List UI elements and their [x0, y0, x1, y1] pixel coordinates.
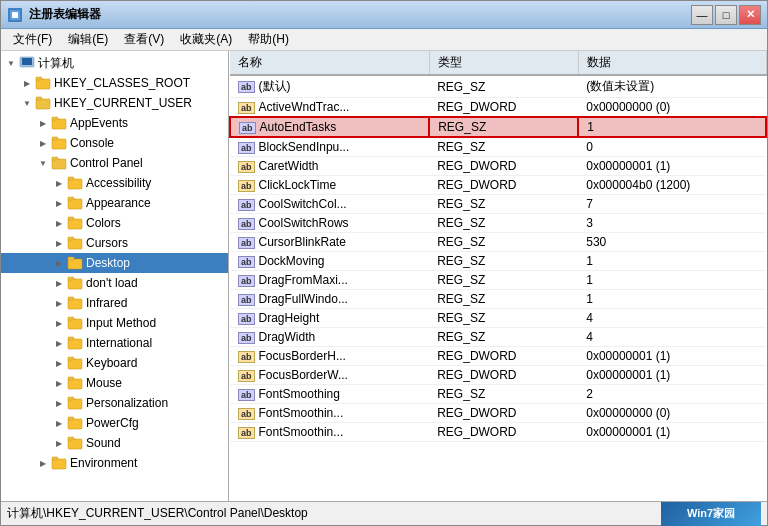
tree-label: Infrared [86, 296, 127, 310]
tree-item-international[interactable]: ▶International [1, 333, 228, 353]
cell-data: 0x00000001 (1) [578, 423, 766, 442]
menu-item[interactable]: 文件(F) [5, 29, 60, 50]
cell-data: 1 [578, 117, 766, 137]
expand-icon[interactable]: ▼ [35, 155, 51, 171]
tree-item-cursors[interactable]: ▶Cursors [1, 233, 228, 253]
svg-rect-35 [68, 379, 82, 389]
menu-item[interactable]: 查看(V) [116, 29, 172, 50]
menu-item[interactable]: 帮助(H) [240, 29, 297, 50]
table-row[interactable]: abBlockSendInpu...REG_SZ0 [230, 137, 766, 157]
expand-icon[interactable]: ▼ [3, 55, 19, 71]
tree-item-appearance[interactable]: ▶Appearance [1, 193, 228, 213]
folder-icon [51, 456, 67, 470]
table-row[interactable]: abFocusBorderH...REG_DWORD0x00000001 (1) [230, 347, 766, 366]
expand-icon[interactable]: ▶ [51, 175, 67, 191]
expand-icon[interactable]: ▶ [51, 195, 67, 211]
tree-item-appevents[interactable]: ▶AppEvents [1, 113, 228, 133]
cell-data: 4 [578, 309, 766, 328]
tree-item-hkey_classes[interactable]: ▶HKEY_CLASSES_ROOT [1, 73, 228, 93]
tree-item-dontload[interactable]: ▶don't load [1, 273, 228, 293]
table-row[interactable]: abFontSmoothin...REG_DWORD0x00000001 (1) [230, 423, 766, 442]
svg-rect-12 [52, 137, 58, 140]
menu-item[interactable]: 收藏夹(A) [172, 29, 240, 50]
table-row[interactable]: abActiveWndTrac...REG_DWORD0x00000000 (0… [230, 98, 766, 118]
col-type[interactable]: 类型 [429, 51, 578, 75]
menu-item[interactable]: 编辑(E) [60, 29, 116, 50]
table-row[interactable]: abClickLockTimeREG_DWORD0x000004b0 (1200… [230, 176, 766, 195]
expand-icon[interactable]: ▶ [51, 395, 67, 411]
tree-item-computer[interactable]: ▼计算机 [1, 53, 228, 73]
svg-rect-5 [36, 79, 50, 89]
expand-icon[interactable]: ▶ [51, 375, 67, 391]
expand-icon[interactable]: ▶ [51, 315, 67, 331]
cell-data: 0x00000001 (1) [578, 347, 766, 366]
tree-item-environment[interactable]: ▶Environment [1, 453, 228, 473]
table-row[interactable]: abCaretWidthREG_DWORD0x00000001 (1) [230, 157, 766, 176]
expand-icon[interactable]: ▶ [35, 115, 51, 131]
svg-rect-8 [36, 97, 42, 100]
table-row[interactable]: abFontSmoothin...REG_DWORD0x00000000 (0) [230, 404, 766, 423]
close-button[interactable]: ✕ [739, 5, 761, 25]
registry-table[interactable]: 名称 类型 数据 ab(默认)REG_SZ(数值未设置)abActiveWndT… [229, 51, 767, 501]
maximize-button[interactable]: □ [715, 5, 737, 25]
table-row[interactable]: abDragFromMaxi...REG_SZ1 [230, 271, 766, 290]
table-row[interactable]: abDragWidthREG_SZ4 [230, 328, 766, 347]
folder-icon [67, 356, 83, 370]
cell-type: REG_SZ [429, 75, 578, 98]
tree-item-powercfg[interactable]: ▶PowerCfg [1, 413, 228, 433]
tree-item-keyboard[interactable]: ▶Keyboard [1, 353, 228, 373]
tree-item-hkey_current[interactable]: ▼HKEY_CURRENT_USER [1, 93, 228, 113]
tree-item-accessibility[interactable]: ▶Accessibility [1, 173, 228, 193]
tree-item-colors[interactable]: ▶Colors [1, 213, 228, 233]
expand-icon[interactable]: ▶ [51, 275, 67, 291]
expand-icon[interactable]: ▶ [35, 135, 51, 151]
table-row[interactable]: abDragFullWindo...REG_SZ1 [230, 290, 766, 309]
tree-panel[interactable]: ▼计算机▶HKEY_CLASSES_ROOT▼HKEY_CURRENT_USER… [1, 51, 229, 501]
col-data[interactable]: 数据 [578, 51, 766, 75]
title-bar-left: 注册表编辑器 [7, 6, 101, 23]
table-row[interactable]: abFocusBorderW...REG_DWORD0x00000001 (1) [230, 366, 766, 385]
tree-item-desktop[interactable]: ▶Desktop [1, 253, 228, 273]
tree-label: Control Panel [70, 156, 143, 170]
table-row[interactable]: ab(默认)REG_SZ(数值未设置) [230, 75, 766, 98]
tree-item-inputmethod[interactable]: ▶Input Method [1, 313, 228, 333]
svg-rect-6 [36, 77, 42, 80]
expand-icon[interactable]: ▶ [35, 455, 51, 471]
tree-item-controlpanel[interactable]: ▼Control Panel [1, 153, 228, 173]
table-row[interactable]: abCoolSwitchRowsREG_SZ3 [230, 214, 766, 233]
tree-label: Input Method [86, 316, 156, 330]
computer-icon [19, 56, 35, 70]
expand-icon[interactable]: ▶ [51, 255, 67, 271]
tree-label: Accessibility [86, 176, 151, 190]
expand-icon[interactable]: ▶ [51, 235, 67, 251]
col-name[interactable]: 名称 [230, 51, 429, 75]
tree-item-personalization[interactable]: ▶Personalization [1, 393, 228, 413]
table-row[interactable]: abCoolSwitchCol...REG_SZ7 [230, 195, 766, 214]
menu-bar: 文件(F)编辑(E)查看(V)收藏夹(A)帮助(H) [1, 29, 767, 51]
expand-icon[interactable]: ▶ [51, 435, 67, 451]
tree-item-console[interactable]: ▶Console [1, 133, 228, 153]
folder-icon [67, 436, 83, 450]
table-row[interactable]: abCursorBlinkRateREG_SZ530 [230, 233, 766, 252]
table-row[interactable]: abDragHeightREG_SZ4 [230, 309, 766, 328]
svg-rect-28 [68, 297, 74, 300]
svg-rect-38 [68, 397, 74, 400]
table-row[interactable]: abFontSmoothingREG_SZ2 [230, 385, 766, 404]
expand-icon[interactable]: ▼ [19, 95, 35, 111]
tree-item-sound[interactable]: ▶Sound [1, 433, 228, 453]
minimize-button[interactable]: — [691, 5, 713, 25]
expand-icon[interactable]: ▶ [51, 295, 67, 311]
tree-item-mouse[interactable]: ▶Mouse [1, 373, 228, 393]
table-row[interactable]: abDockMovingREG_SZ1 [230, 252, 766, 271]
expand-icon[interactable]: ▶ [51, 335, 67, 351]
expand-icon[interactable]: ▶ [51, 415, 67, 431]
tree-item-infrared[interactable]: ▶Infrared [1, 293, 228, 313]
expand-icon[interactable]: ▶ [19, 75, 35, 91]
svg-rect-13 [52, 159, 66, 169]
cell-data: 0x00000001 (1) [578, 157, 766, 176]
window-title: 注册表编辑器 [29, 6, 101, 23]
expand-icon[interactable]: ▶ [51, 215, 67, 231]
table-row[interactable]: abAutoEndTasksREG_SZ1 [230, 117, 766, 137]
expand-icon[interactable]: ▶ [51, 355, 67, 371]
right-panel: 名称 类型 数据 ab(默认)REG_SZ(数值未设置)abActiveWndT… [229, 51, 767, 501]
